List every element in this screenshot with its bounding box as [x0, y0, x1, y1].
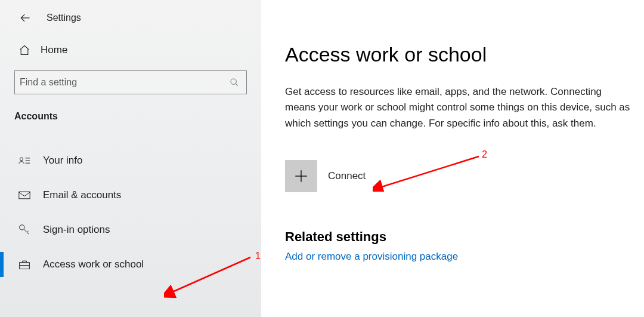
briefcase-icon: [18, 258, 31, 271]
sidebar-item-label: Email & accounts: [43, 189, 121, 201]
connect-button[interactable]: [285, 160, 317, 192]
page-title: Access work or school: [285, 43, 644, 66]
sidebar-item-email-accounts[interactable]: Email & accounts: [0, 178, 261, 213]
sidebar-item-label: Your info: [43, 155, 82, 167]
sidebar-nav: Your info Email & accounts: [0, 143, 261, 282]
connect-block: Connect: [285, 160, 644, 192]
svg-rect-7: [19, 192, 30, 199]
sidebar-item-label: Sign-in options: [43, 224, 110, 236]
settings-window: Settings Home Accounts: [0, 0, 644, 317]
search-icon: [228, 76, 240, 88]
home-button[interactable]: Home: [0, 36, 261, 64]
back-button[interactable]: [14, 7, 36, 29]
sidebar-section-header: Accounts: [0, 94, 261, 122]
svg-point-1: [231, 79, 236, 84]
home-label: Home: [41, 44, 67, 56]
sidebar-item-label: Access work or school: [43, 258, 144, 270]
settings-sidebar: Settings Home Accounts: [0, 0, 261, 317]
page-description: Get access to resources like email, apps…: [285, 84, 631, 131]
svg-point-3: [20, 158, 23, 161]
svg-line-2: [236, 84, 238, 86]
plus-icon: [293, 168, 309, 184]
sidebar-item-signin-options[interactable]: Sign-in options: [0, 213, 261, 247]
provisioning-link[interactable]: Add or remove a provisioning package: [285, 251, 458, 263]
main-panel: Access work or school Get access to reso…: [261, 0, 644, 317]
person-card-icon: [18, 154, 31, 167]
home-icon: [18, 44, 31, 57]
sidebar-item-access-work-school[interactable]: Access work or school: [0, 247, 261, 282]
search-input[interactable]: [20, 77, 228, 88]
connect-label[interactable]: Connect: [328, 170, 366, 182]
svg-line-10: [27, 231, 28, 233]
mail-icon: [18, 189, 31, 202]
svg-line-9: [24, 229, 29, 235]
window-title: Settings: [47, 13, 81, 23]
sidebar-item-your-info[interactable]: Your info: [0, 143, 261, 178]
search-box[interactable]: [14, 70, 247, 94]
key-icon: [18, 223, 31, 236]
related-settings-heading: Related settings: [285, 229, 644, 245]
title-row: Settings: [0, 0, 261, 36]
arrow-left-icon: [19, 12, 31, 24]
